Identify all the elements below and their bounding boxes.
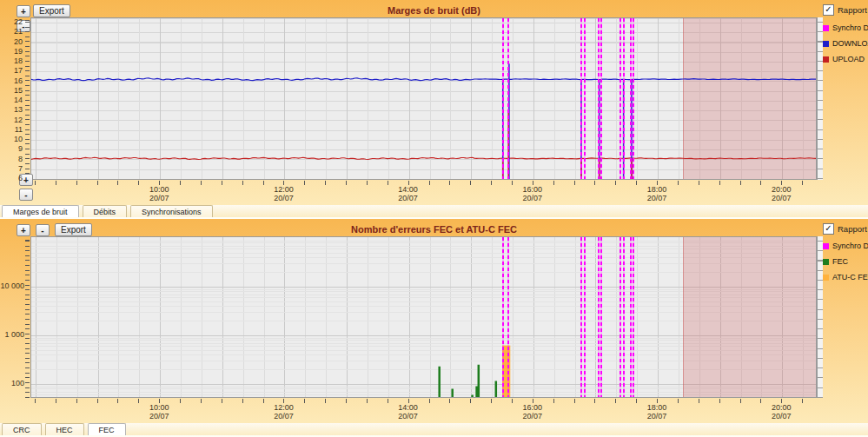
fec-export-button[interactable]: Export bbox=[55, 223, 92, 236]
upload-swatch-icon bbox=[823, 56, 829, 63]
noise-chart-title: Marges de bruit (dB) bbox=[0, 5, 868, 16]
y-tick-label: 19 bbox=[0, 47, 23, 56]
noise-lines-svg bbox=[31, 18, 817, 180]
y-tick-label: 15 bbox=[0, 86, 23, 95]
fec-bars bbox=[440, 365, 496, 398]
tab-fec[interactable]: FEC bbox=[88, 423, 126, 435]
sync-event-line bbox=[580, 18, 582, 179]
sync-event-line bbox=[580, 237, 582, 397]
fec-errors-panel: + - Export Nombre d'erreurs FEC et ATU-C… bbox=[0, 219, 868, 423]
sync-event-line bbox=[600, 18, 602, 179]
checkbox-checked-icon[interactable]: ✓ bbox=[823, 4, 834, 16]
sync-event-line bbox=[598, 18, 600, 179]
noise-plot-area[interactable] bbox=[30, 17, 817, 180]
sync-event-line bbox=[584, 18, 586, 179]
legend-label: Synchro DSL bbox=[832, 242, 868, 250]
legend-item-synchro-dsl: Synchro DSL bbox=[823, 242, 868, 250]
upload-dropout-spikes bbox=[503, 110, 632, 180]
sync-event-line bbox=[620, 237, 621, 397]
x-tick-label: 12:0020/07 bbox=[263, 403, 303, 420]
x-tick-label: 10:0020/07 bbox=[139, 403, 179, 420]
x-tick-label: 12:0020/07 bbox=[263, 185, 303, 202]
sync-event-line bbox=[507, 237, 509, 397]
synchro-dsl-swatch-icon bbox=[823, 243, 829, 249]
y-tick-label: 10 bbox=[0, 135, 23, 143]
legend-label: ATU-C FEC bbox=[832, 273, 868, 281]
noise-right-axis-strip bbox=[817, 17, 823, 180]
synchro-dsl-swatch-icon bbox=[823, 25, 829, 31]
x-tick-label: 18:0020/07 bbox=[637, 185, 677, 202]
noise-y-zoom-in-button[interactable]: + bbox=[17, 5, 30, 17]
rapport-label: Rapport bbox=[838, 224, 867, 234]
legend-label: FEC bbox=[832, 257, 848, 266]
sync-event-line bbox=[623, 237, 625, 397]
y-tick-label: 10 000 bbox=[0, 281, 24, 290]
noise-x-zoom-out-button[interactable]: - bbox=[19, 189, 33, 201]
fec-bars-svg bbox=[31, 237, 817, 398]
noise-y-axis-ticks bbox=[25, 17, 30, 180]
legend-label: Synchro DSL bbox=[832, 23, 868, 32]
y-tick-label: 14 bbox=[0, 96, 23, 104]
fec-zoom-out-button[interactable]: - bbox=[36, 224, 50, 236]
sync-event-line bbox=[502, 18, 504, 179]
x-tick-label: 20:0020/07 bbox=[761, 185, 801, 202]
x-tick-label: 16:0020/07 bbox=[513, 185, 553, 202]
x-tick-label: 10:0020/07 bbox=[139, 185, 179, 202]
sync-event-line bbox=[630, 18, 632, 179]
fec-y-axis-ticks bbox=[25, 236, 30, 398]
tab-marges-de-bruit[interactable]: Marges de bruit bbox=[2, 205, 79, 217]
y-tick-label: 17 bbox=[0, 66, 23, 75]
sync-event-line bbox=[600, 237, 602, 397]
sync-event-line bbox=[630, 237, 632, 397]
y-tick-label: 21 bbox=[0, 27, 23, 36]
rapport-label: Rapport bbox=[838, 5, 867, 15]
fec-legend: ✓ Rapport Synchro DSL FEC ATU-C FEC bbox=[823, 219, 868, 423]
middle-tabbar: Marges de bruit Débits Synchronisations bbox=[0, 205, 868, 219]
y-tick-label: 13 bbox=[0, 105, 23, 114]
download-line bbox=[31, 78, 817, 81]
legend-item-fec: FEC bbox=[823, 257, 848, 266]
download-dropout-spikes bbox=[503, 63, 632, 180]
fec-plot-area[interactable] bbox=[30, 236, 817, 398]
fec-right-axis-strip bbox=[817, 236, 823, 398]
x-tick-label: 18:0020/07 bbox=[637, 403, 677, 420]
y-tick-label: 11 bbox=[0, 125, 23, 134]
sync-event-line bbox=[633, 18, 634, 179]
x-tick-label: 20:0020/07 bbox=[761, 403, 801, 420]
y-tick-label: 9 bbox=[0, 144, 23, 153]
sync-event-line bbox=[633, 237, 634, 397]
x-tick-label: 14:0020/07 bbox=[388, 403, 428, 420]
noise-rapport-checkbox[interactable]: ✓ Rapport bbox=[823, 4, 867, 16]
sync-event-line bbox=[620, 18, 621, 179]
legend-item-synchro-dsl: Synchro DSL bbox=[823, 23, 868, 32]
fec-zoom-in-button[interactable]: + bbox=[17, 224, 30, 236]
y-tick-label: 6 bbox=[0, 174, 23, 182]
fec-chart-title: Nombre d'erreurs FEC et ATU-C FEC bbox=[0, 224, 868, 235]
noise-legend: ✓ Rapport Synchro DSL DOWNLOAD UPLOAD bbox=[823, 0, 868, 205]
legend-item-atuc-fec: ATU-C FEC bbox=[823, 273, 868, 281]
sync-event-line bbox=[584, 237, 586, 397]
download-swatch-icon bbox=[823, 41, 829, 47]
x-tick-label: 16:0020/07 bbox=[513, 403, 553, 420]
tab-debits[interactable]: Débits bbox=[83, 205, 128, 217]
y-tick-label: 16 bbox=[0, 76, 23, 85]
sync-event-line bbox=[623, 18, 625, 179]
atuc-fec-swatch-icon bbox=[823, 275, 829, 281]
y-tick-label: 22 bbox=[0, 17, 23, 26]
bottom-tabbar: CRC HEC FEC bbox=[0, 423, 868, 437]
legend-label: UPLOAD bbox=[832, 55, 865, 63]
y-tick-label: 12 bbox=[0, 116, 23, 124]
checkbox-checked-icon[interactable]: ✓ bbox=[823, 223, 834, 235]
dsl-monitor-page: + - Export Marges de bruit (dB) 10:0020/… bbox=[0, 0, 868, 437]
noise-export-button[interactable]: Export bbox=[33, 4, 70, 17]
y-tick-label: 100 bbox=[0, 379, 24, 387]
y-tick-label: 1 000 bbox=[0, 330, 24, 339]
y-tick-label: 18 bbox=[0, 56, 23, 65]
noise-margin-panel: + - Export Marges de bruit (dB) 10:0020/… bbox=[0, 0, 868, 205]
fec-rapport-checkbox[interactable]: ✓ Rapport bbox=[823, 223, 867, 235]
tab-synchronisations[interactable]: Synchronisations bbox=[130, 205, 213, 217]
legend-item-upload: UPLOAD bbox=[823, 55, 865, 63]
y-tick-label: 7 bbox=[0, 164, 23, 173]
tab-crc[interactable]: CRC bbox=[2, 423, 42, 435]
tab-hec[interactable]: HEC bbox=[45, 423, 84, 435]
